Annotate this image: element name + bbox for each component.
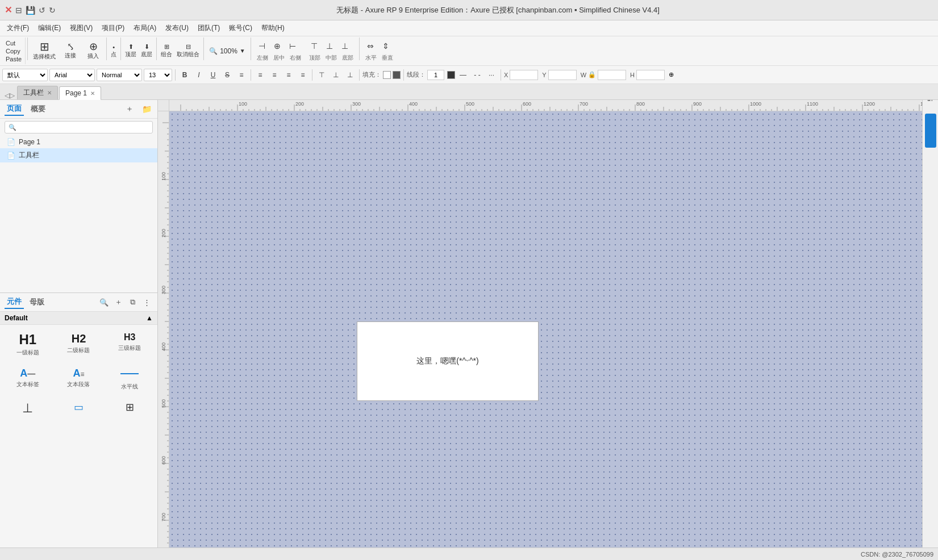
ungroup-button[interactable]: ⊟ 取消组合 [174, 37, 202, 64]
masters-tab[interactable]: 母版 [27, 296, 47, 308]
lock-icon[interactable]: 🔒 [588, 71, 596, 78]
zoom-dropdown-icon[interactable]: ▼ [240, 48, 245, 54]
text-valign-bottom-button[interactable]: ⊥ [344, 69, 356, 81]
copy-button[interactable]: Copy [5, 47, 23, 55]
style-preset-select[interactable]: 默认 [2, 69, 48, 81]
comp-item-h1[interactable]: H1 一级标题 [5, 329, 51, 360]
menu-project[interactable]: 项目(P) [97, 22, 129, 35]
page-item-toolbar[interactable]: 📄 工具栏 [0, 148, 157, 162]
distribute-v-button[interactable]: ⇕ [378, 39, 393, 53]
cut-button[interactable]: Cut [5, 39, 23, 47]
comp-search-button[interactable]: 🔍 [98, 296, 110, 308]
align-top-button[interactable]: ⊤ [307, 39, 322, 53]
menu-publish[interactable]: 发布(U) [161, 22, 193, 35]
line-style-dotted-button[interactable]: ··· [485, 69, 498, 81]
pages-tab[interactable]: 页面 [5, 102, 24, 116]
italic-button[interactable]: I [193, 69, 205, 81]
comp-item-h2[interactable]: H2 二级标题 [56, 329, 102, 360]
paste-button[interactable]: Paste [5, 55, 23, 63]
comp-item-placeholder2[interactable]: ▭ [56, 399, 102, 420]
font-size-select[interactable]: 13 [144, 69, 172, 81]
h-input[interactable] [636, 70, 665, 80]
comp-item-h-line[interactable]: 水平线 [106, 365, 153, 394]
insert-button[interactable]: ⊕ 插入 [82, 37, 105, 64]
comp-add-button[interactable]: ＋ [112, 296, 124, 308]
align-left-button[interactable]: ⊣ [255, 39, 269, 53]
components-tab[interactable]: 元件 [5, 295, 24, 309]
strikethrough-button[interactable]: S [221, 69, 234, 81]
comp-category[interactable]: Default ▲ [0, 312, 157, 325]
align-right-label: 右侧 [287, 54, 303, 62]
line-style-dashed-button[interactable]: - - [471, 69, 483, 81]
underline-button[interactable]: U [207, 69, 219, 81]
add-folder-button[interactable]: 📁 [140, 103, 153, 115]
x-input[interactable] [510, 70, 538, 80]
menu-help[interactable]: 帮助(H) [257, 22, 289, 35]
page-item-page1[interactable]: 📄 Page 1 [0, 136, 157, 148]
save-icon[interactable]: 💾 [26, 6, 35, 15]
style-tab-button[interactable]: 样式 [923, 102, 937, 111]
comp-copy-button[interactable]: ⧉ [126, 296, 139, 308]
comp-item-h3[interactable]: H3 三级标题 [106, 329, 153, 360]
tab-page1[interactable]: Page 1 ✕ [59, 86, 101, 100]
w-input[interactable] [598, 70, 626, 80]
bold-button[interactable]: B [178, 69, 191, 81]
comp-item-placeholder1[interactable]: ⊥ [5, 399, 51, 420]
tab-toolbar[interactable]: 工具栏 ✕ [17, 86, 58, 99]
distribute-h-button[interactable]: ⇔ [363, 39, 378, 53]
text-align-center-button[interactable]: ≡ [268, 69, 281, 81]
zoom-control[interactable]: 🔍 100% ▼ [206, 37, 249, 64]
fill-color-dark[interactable] [393, 71, 401, 79]
text-valign-top-button[interactable]: ⊤ [315, 69, 328, 81]
title-bar: ✕ ⊟ 💾 ↺ ↻ 无标题 - Axure RP 9 Enterprise Ed… [0, 0, 938, 20]
font-select[interactable]: Arial [49, 69, 95, 81]
redo-icon[interactable]: ↻ [49, 6, 56, 15]
minimize-icon[interactable]: ⊟ [15, 6, 22, 15]
tab-toolbar-close[interactable]: ✕ [47, 90, 52, 96]
top-layer-button[interactable]: ⬆ 顶层 [123, 37, 139, 64]
list-button[interactable]: ≡ [235, 69, 248, 81]
expand-icon[interactable]: ⊕ [669, 71, 674, 78]
text-align-right-button[interactable]: ≡ [282, 69, 295, 81]
canvas-area[interactable]: 1002003004005006007008009001000110012001… [158, 100, 922, 548]
align-middle-button[interactable]: ⊥ [322, 39, 337, 53]
text-align-left-button[interactable]: ≡ [254, 69, 266, 81]
align-center-button[interactable]: ⊕ [270, 39, 285, 53]
page-frame[interactable]: 这里，嗯嘿(*^ᵕ^*) [357, 321, 539, 401]
menu-file[interactable]: 文件(F) [2, 22, 34, 35]
canvas-viewport[interactable]: 这里，嗯嘿(*^ᵕ^*) [169, 111, 922, 548]
group-button[interactable]: ⊞ 组合 [159, 37, 174, 64]
connect-button[interactable]: ⤣ 连接 [59, 37, 82, 64]
y-input[interactable] [548, 70, 577, 80]
select-mode-button[interactable]: ⊞ 选择模式 [30, 37, 59, 64]
menu-edit[interactable]: 编辑(E) [34, 22, 65, 35]
add-page-button[interactable]: ＋ [123, 103, 136, 115]
menu-view[interactable]: 视图(V) [65, 22, 97, 35]
comp-item-text-label[interactable]: A— 文本标签 [5, 365, 51, 394]
comp-more-button[interactable]: ⋮ [140, 296, 153, 308]
window-controls[interactable]: ✕ ⊟ 💾 ↺ ↻ [5, 5, 56, 15]
text-style-select[interactable]: Normal [97, 69, 142, 81]
comp-item-text-paragraph[interactable]: A≡ 文本段落 [56, 365, 102, 394]
undo-icon[interactable]: ↺ [39, 6, 45, 15]
text-valign-middle-button[interactable]: ⊥ [330, 69, 342, 81]
bottom-layer-button[interactable]: ⬇ 底层 [139, 37, 155, 64]
overview-tab[interactable]: 概要 [28, 103, 48, 115]
line-style-solid-button[interactable]: — [457, 69, 469, 81]
tab-bar-arrows[interactable]: ◁▷ [2, 91, 17, 99]
tab-page1-close[interactable]: ✕ [90, 90, 95, 97]
align-bottom-button[interactable]: ⊥ [337, 39, 352, 53]
text-align-justify-button[interactable]: ≡ [297, 69, 309, 81]
menu-account[interactable]: 账号(C) [224, 22, 257, 35]
pages-search[interactable]: 🔍 [5, 121, 153, 133]
align-right-button[interactable]: ⊢ [285, 39, 300, 53]
menu-team[interactable]: 团队(T) [193, 22, 224, 35]
menu-layout[interactable]: 布局(A) [129, 22, 161, 35]
comp-item-placeholder3[interactable]: ⊞ [106, 399, 153, 420]
line-value-input[interactable] [427, 70, 444, 80]
dot-button[interactable]: • 点 [109, 37, 119, 64]
fill-color-white[interactable] [383, 71, 391, 79]
line-color-dark[interactable] [447, 71, 455, 79]
clipboard-col[interactable]: Cut Copy Paste [2, 39, 25, 63]
bottom-layer-label: 底层 [141, 51, 152, 58]
